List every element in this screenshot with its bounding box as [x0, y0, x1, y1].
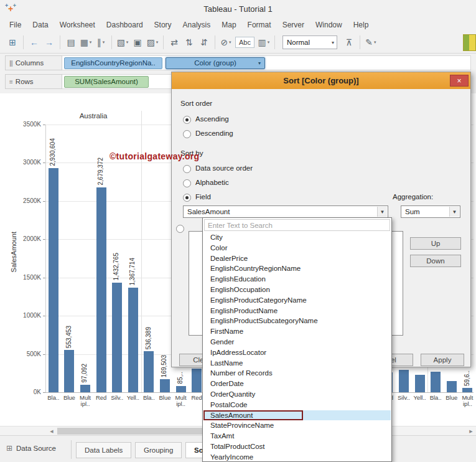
menu-data[interactable]: Data: [27, 17, 54, 32]
menu-window[interactable]: Window: [310, 17, 348, 32]
bar[interactable]: [96, 187, 106, 392]
data-source-order-label: Data source order: [195, 164, 253, 172]
show-me-icon[interactable]: [463, 34, 476, 51]
pill-sum-salesamount[interactable]: SUM(SalesAmount): [64, 76, 149, 88]
scroll-right-icon[interactable]: ▶: [467, 427, 475, 435]
group-members-icon[interactable]: ⊘▾: [219, 35, 233, 50]
y-axis-tick: [43, 392, 45, 393]
show-mark-labels-icon[interactable]: Abc: [235, 37, 254, 48]
bar[interactable]: [49, 168, 58, 392]
scroll-left-icon[interactable]: ◀: [47, 427, 56, 435]
field-list-item[interactable]: PostalCode: [203, 400, 391, 410]
undo-icon[interactable]: ←: [27, 35, 41, 50]
tab-data-source[interactable]: ⊞ Data Source: [6, 444, 56, 453]
field-list-item[interactable]: FirstName: [203, 326, 391, 337]
tab-data-labels[interactable]: Data Labels: [76, 442, 131, 458]
field-list-item[interactable]: IpAddressLocator: [203, 347, 391, 358]
apply-button[interactable]: Apply: [421, 354, 464, 366]
field-list-item[interactable]: Gender: [203, 337, 391, 347]
y-axis-tick-label: 2000K: [9, 235, 41, 242]
field-combobox[interactable]: SalesAmount ▼: [183, 205, 388, 218]
bar-value-label: 536,389: [145, 327, 152, 349]
ascending-radio[interactable]: [183, 116, 191, 124]
field-radio[interactable]: [183, 194, 191, 202]
redo-icon[interactable]: →: [42, 35, 56, 50]
down-button[interactable]: Down: [410, 255, 461, 267]
data-source-order-radio[interactable]: [183, 165, 191, 173]
bar[interactable]: [415, 375, 425, 392]
dialog-title-bar[interactable]: Sort [Color (group)]: [172, 72, 470, 89]
field-list-item[interactable]: TotalProductCost: [203, 441, 391, 452]
menu-dashboard[interactable]: Dashboard: [101, 17, 149, 32]
duplicate-sheet-icon[interactable]: ▣: [131, 35, 144, 50]
field-list-item[interactable]: EnglishProductSubcategoryName: [203, 316, 391, 326]
new-worksheet-icon[interactable]: ▧▾: [116, 35, 129, 50]
bar[interactable]: [144, 351, 154, 392]
field-list-item[interactable]: TaxAmt: [203, 431, 391, 441]
field-list-item[interactable]: City: [203, 232, 391, 243]
x-axis-category-label: Mult ipl..: [77, 395, 93, 407]
columns-label-text: Columns: [16, 59, 44, 67]
bar[interactable]: [176, 386, 186, 392]
fit-dropdown[interactable]: Normal ▾: [282, 35, 337, 49]
bar[interactable]: [431, 372, 441, 392]
pill-english-country-region[interactable]: EnglishCountryRegionNa..: [64, 57, 162, 69]
y-axis-tick: [43, 316, 45, 316]
field-search-input[interactable]: [204, 219, 390, 231]
bar[interactable]: [80, 385, 90, 392]
menu-help[interactable]: Help: [348, 17, 375, 32]
up-button[interactable]: Up: [410, 237, 461, 250]
bar[interactable]: [447, 381, 457, 392]
new-datasource-icon[interactable]: ▦▾: [79, 35, 93, 50]
bar[interactable]: [160, 379, 170, 392]
field-list-item[interactable]: Number of Records: [203, 368, 391, 379]
field-list-item[interactable]: SalesAmount: [203, 410, 391, 421]
tab-grouping[interactable]: Grouping: [135, 442, 182, 458]
fit-layout-icon[interactable]: ▥▾: [257, 35, 271, 50]
field-list-item[interactable]: EnglishOccupation: [203, 285, 391, 295]
pause-auto-updates-icon[interactable]: ∥▾: [94, 35, 108, 50]
bar[interactable]: [192, 369, 202, 392]
menu-format[interactable]: Format: [242, 17, 277, 32]
field-list-item[interactable]: EnglishEducation: [203, 274, 391, 285]
chevron-down-icon: ▾: [126, 40, 129, 45]
clear-sheet-icon[interactable]: ▨▾: [146, 35, 159, 50]
alphabetic-radio[interactable]: [183, 179, 191, 187]
menu-analysis[interactable]: Analysis: [177, 17, 217, 32]
pin-axes-icon[interactable]: ⊼: [342, 35, 356, 50]
field-list-item[interactable]: DealerPrice: [203, 253, 391, 264]
bar[interactable]: [462, 388, 472, 392]
descending-radio[interactable]: [183, 130, 191, 138]
field-list-item[interactable]: LastName: [203, 358, 391, 369]
tableau-logo-icon[interactable]: ⊞: [6, 35, 19, 50]
x-axis-category-label: Mult ipl..: [460, 395, 476, 407]
aggregation-combobox[interactable]: Sum ▼: [401, 205, 460, 218]
manual-radio[interactable]: [176, 225, 184, 233]
pill-color-group[interactable]: Color (group) ▾: [166, 57, 265, 69]
bar[interactable]: [112, 283, 122, 392]
menu-worksheet[interactable]: Worksheet: [54, 17, 101, 32]
menu-story[interactable]: Story: [149, 17, 177, 32]
swap-rows-columns-icon[interactable]: ⇄: [167, 35, 181, 50]
field-list-item[interactable]: OrderQuantity: [203, 389, 391, 400]
x-axis-category-label: Blue: [444, 395, 460, 401]
bar[interactable]: [128, 288, 138, 392]
bar[interactable]: [399, 370, 409, 392]
field-list-item[interactable]: EnglishProductCategoryName: [203, 295, 391, 306]
field-list-item[interactable]: EnglishCountryRegionName: [203, 263, 391, 274]
field-list-item[interactable]: StateProvinceName: [203, 420, 391, 431]
close-icon[interactable]: ×: [450, 75, 469, 87]
menu-server[interactable]: Server: [277, 17, 310, 32]
field-list-item[interactable]: Color: [203, 243, 391, 253]
sort-ascending-icon[interactable]: ⇅: [182, 35, 196, 50]
field-list-item[interactable]: YearlyIncome: [203, 452, 391, 461]
sort-descending-icon[interactable]: ⇵: [197, 35, 211, 50]
bar[interactable]: [64, 350, 74, 392]
highlight-icon[interactable]: ✎▾: [364, 35, 378, 50]
field-list-item[interactable]: OrderDate: [203, 379, 391, 389]
menu-file[interactable]: File: [4, 17, 27, 32]
menu-map[interactable]: Map: [216, 17, 241, 32]
field-list-item[interactable]: EnglishProductName: [203, 306, 391, 316]
save-icon[interactable]: ▤: [64, 35, 78, 50]
columns-shelf[interactable]: EnglishCountryRegionNa.. Color (group) ▾: [62, 55, 471, 70]
